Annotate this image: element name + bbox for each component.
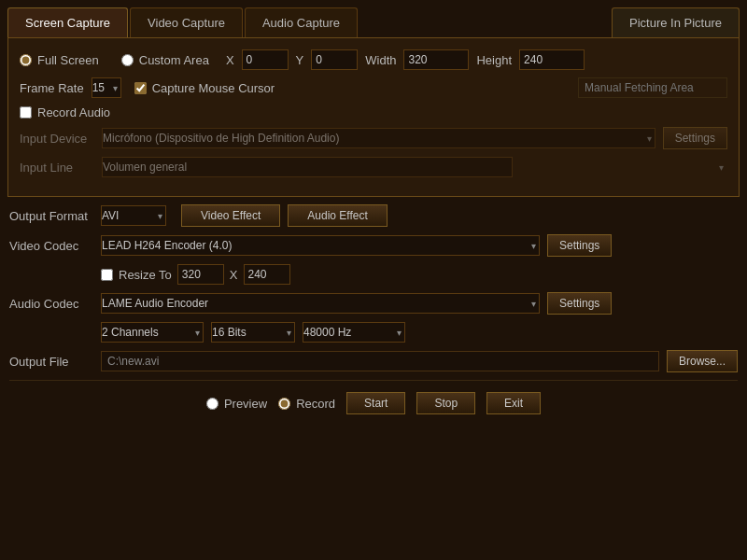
capture-mouse-checkbox[interactable] (134, 82, 147, 94)
channels-select-wrapper[interactable]: 2 Channels (101, 322, 204, 343)
output-format-select[interactable]: AVI (101, 205, 166, 226)
full-screen-label: Full Screen (37, 53, 99, 67)
output-format-select-wrapper[interactable]: AVI (101, 205, 166, 226)
frame-rate-label: Frame Rate (20, 81, 84, 95)
output-format-row: Output Format AVI Video Effect Audio Eff… (9, 204, 738, 227)
main-container: Screen Capture Video Capture Audio Captu… (0, 0, 747, 560)
tab-video-capture[interactable]: Video Capture (130, 7, 243, 37)
input-device-label: Input Device (20, 132, 94, 146)
custom-area-radio[interactable] (121, 54, 134, 66)
channels-select[interactable]: 2 Channels (101, 322, 204, 343)
bits-select[interactable]: 16 Bits (211, 322, 295, 343)
capture-mode-row: Full Screen Custom Area X Y Width Height (20, 49, 727, 70)
tab-audio-capture[interactable]: Audio Capture (245, 7, 358, 37)
exit-button[interactable]: Exit (486, 392, 541, 414)
video-codec-settings-button[interactable]: Settings (547, 234, 612, 257)
input-line-label: Input Line (20, 161, 94, 175)
input-line-select[interactable]: Volumen general (102, 157, 513, 177)
output-file-row: Output File Browse... (9, 350, 738, 372)
record-audio-label: Record Audio (37, 105, 110, 119)
input-line-select-wrapper[interactable]: Volumen general (102, 157, 727, 177)
audio-codec-row: Audio Codec LAME Audio Encoder Settings (9, 292, 738, 315)
full-screen-radio-group[interactable]: Full Screen (20, 53, 99, 67)
resize-height-input[interactable] (244, 264, 290, 285)
resize-x-label: X (230, 268, 238, 282)
frame-rate-row: Frame Rate 15 24 30 Capture Mouse Cursor (20, 77, 727, 98)
browse-button[interactable]: Browse... (667, 350, 738, 372)
audio-codec-label: Audio Codec (9, 297, 93, 311)
video-effect-button[interactable]: Video Effect (181, 204, 280, 227)
audio-options-row: 2 Channels 16 Bits 48000 Hz (101, 322, 738, 343)
tabs-bar: Screen Capture Video Capture Audio Captu… (7, 7, 740, 37)
output-file-input[interactable] (101, 351, 659, 371)
start-button[interactable]: Start (346, 392, 405, 414)
height-label: Height (476, 53, 512, 67)
x-input[interactable] (242, 49, 289, 70)
video-codec-select[interactable]: LEAD H264 Encoder (4.0) (101, 235, 540, 256)
custom-area-radio-group[interactable]: Custom Area (121, 53, 209, 67)
y-label: Y (296, 53, 304, 67)
audio-codec-settings-button[interactable]: Settings (547, 292, 612, 315)
record-label: Record (296, 397, 335, 411)
video-codec-label: Video Codec (9, 239, 93, 253)
record-audio-row: Record Audio (20, 105, 727, 119)
hz-select-wrapper[interactable]: 48000 Hz (303, 322, 405, 343)
y-input[interactable] (311, 49, 358, 70)
record-audio-group[interactable]: Record Audio (20, 105, 110, 119)
width-input[interactable] (403, 49, 469, 70)
frame-rate-select[interactable]: 15 24 30 (92, 77, 121, 98)
input-device-select-wrapper[interactable]: Micrófono (Dispositivo de High Definitio… (102, 128, 655, 148)
preview-radio[interactable] (206, 398, 218, 410)
audio-effect-button[interactable]: Audio Effect (288, 204, 388, 227)
record-radio[interactable] (278, 398, 290, 410)
capture-mouse-group[interactable]: Capture Mouse Cursor (134, 81, 275, 95)
video-codec-select-wrapper[interactable]: LEAD H264 Encoder (4.0) (101, 235, 540, 256)
input-line-row: Input Line Volumen general (20, 157, 727, 177)
resize-row: Resize To X (101, 264, 738, 285)
output-file-label: Output File (9, 355, 93, 369)
screen-capture-panel: Full Screen Custom Area X Y Width Height… (7, 37, 740, 197)
frame-rate-select-wrapper[interactable]: 15 24 30 (92, 77, 121, 98)
stop-button[interactable]: Stop (416, 392, 475, 414)
width-label: Width (365, 53, 396, 67)
input-device-row: Input Device Micrófono (Dispositivo de H… (20, 127, 727, 149)
resize-width-input[interactable] (177, 264, 224, 285)
preview-label: Preview (224, 397, 267, 411)
record-audio-checkbox[interactable] (20, 106, 32, 119)
resize-checkbox[interactable] (101, 269, 113, 281)
manual-fetching-input[interactable] (578, 77, 727, 98)
tab-screen-capture[interactable]: Screen Capture (7, 7, 128, 37)
bits-select-wrapper[interactable]: 16 Bits (211, 322, 295, 343)
video-codec-row: Video Codec LEAD H264 Encoder (4.0) Sett… (9, 234, 738, 257)
output-section: Output Format AVI Video Effect Audio Eff… (7, 204, 740, 414)
capture-mouse-label: Capture Mouse Cursor (152, 81, 275, 95)
audio-codec-select-wrapper[interactable]: LAME Audio Encoder (101, 293, 540, 314)
tab-picture-in-picture[interactable]: Picture In Picture (612, 7, 740, 37)
input-device-settings-button[interactable]: Settings (663, 127, 727, 149)
input-device-select[interactable]: Micrófono (Dispositivo de High Definitio… (102, 128, 655, 148)
record-radio-group[interactable]: Record (278, 397, 335, 411)
bottom-controls: Preview Record Start Stop Exit (9, 386, 738, 414)
output-format-label: Output Format (9, 209, 93, 223)
audio-codec-select[interactable]: LAME Audio Encoder (101, 293, 540, 314)
resize-label: Resize To (119, 268, 172, 282)
full-screen-radio[interactable] (20, 54, 32, 66)
preview-radio-group[interactable]: Preview (206, 397, 267, 411)
height-input[interactable] (519, 49, 585, 70)
hz-select[interactable]: 48000 Hz (303, 322, 405, 343)
custom-area-label: Custom Area (139, 53, 209, 67)
x-label: X (226, 53, 234, 67)
